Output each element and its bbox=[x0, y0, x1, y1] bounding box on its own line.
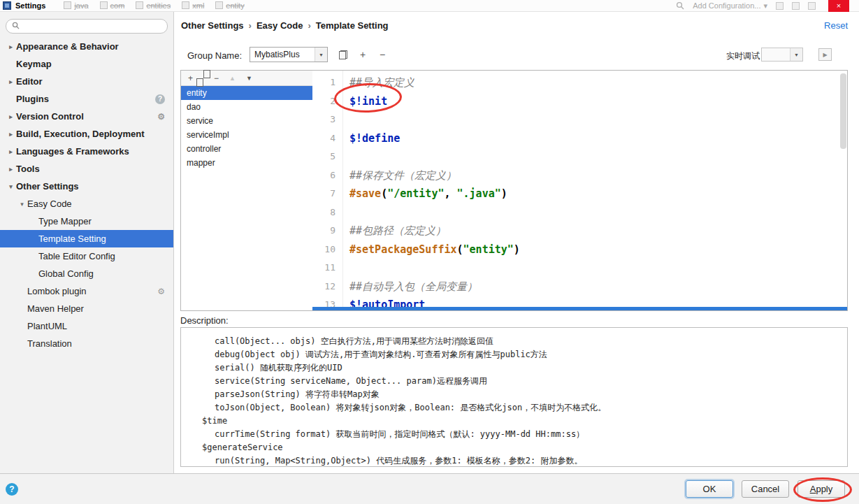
sidebar-item-type-mapper[interactable]: Type Mapper bbox=[0, 213, 173, 230]
line-number: 6 bbox=[312, 166, 342, 185]
chevron-right-icon[interactable]: ▸ bbox=[6, 113, 16, 120]
sidebar-item-label: Global Config bbox=[38, 268, 94, 279]
cancel-button[interactable]: Cancel bbox=[742, 480, 789, 498]
editor-gutter: 12345678910111213 bbox=[312, 71, 343, 310]
description-label: Description: bbox=[180, 315, 229, 326]
line-number: 9 bbox=[312, 222, 342, 240]
description-line: run(String, Map<String,Object>) 代码生成服务，参… bbox=[181, 454, 847, 467]
template-item-mapper[interactable]: mapper bbox=[181, 156, 312, 170]
group-name-value: MybatisPlus bbox=[254, 50, 300, 59]
code-line-7: #save("/entity", ".java") bbox=[349, 185, 847, 203]
add-configuration-dropdown: Add Configuration... ▾ bbox=[693, 1, 767, 10]
chevron-right-icon[interactable]: ▸ bbox=[6, 78, 16, 85]
chevron-right-icon[interactable]: ▸ bbox=[6, 131, 16, 138]
description-panel: call(Object... objs) 空白执行方法,用于调用某些方法时消除返… bbox=[180, 327, 848, 467]
code-line-11 bbox=[349, 259, 847, 278]
code-line-8 bbox=[349, 203, 847, 222]
breadcrumb: Other Settings›Easy Code›Template Settin… bbox=[181, 20, 389, 31]
footer-buttons: OKCancelApply bbox=[686, 480, 845, 498]
sidebar-item-version-control[interactable]: ▸Version Control⚙ bbox=[0, 108, 173, 125]
apply-button[interactable]: Apply bbox=[797, 480, 845, 498]
sidebar-item-tools[interactable]: ▸Tools bbox=[0, 160, 173, 178]
live-debug-label: 实时调试 bbox=[726, 50, 760, 62]
sidebar-item-table-editor-config[interactable]: Table Editor Config bbox=[0, 247, 173, 265]
sidebar-item-label: Maven Helper bbox=[27, 303, 84, 314]
description-line: service(String serviceName, Object... pa… bbox=[181, 375, 847, 388]
template-item-dao[interactable]: dao bbox=[181, 100, 312, 114]
description-line: parseJson(String) 将字符串转Map对象 bbox=[181, 388, 847, 401]
breadcrumb-item-easy-code[interactable]: Easy Code bbox=[257, 20, 303, 31]
line-number: 3 bbox=[312, 110, 342, 129]
title-bar: Settings javacomentitiesxmlentity Add Co… bbox=[0, 0, 859, 12]
template-editor-panel: 12345678910111213 ##导入宏定义$!init$!define#… bbox=[312, 70, 848, 311]
sidebar-item-label: Version Control bbox=[16, 111, 84, 122]
settings-tree: ▸Appearance & BehaviorKeymap▸EditorPlugi… bbox=[0, 38, 173, 352]
template-editor[interactable]: ##导入宏定义$!init$!define##保存文件（宏定义）#save("/… bbox=[344, 71, 847, 310]
add-template-button[interactable]: + bbox=[188, 73, 193, 83]
sidebar-item-global-config[interactable]: Global Config bbox=[0, 265, 173, 282]
template-list: entitydaoserviceserviceImplcontrollermap… bbox=[181, 86, 312, 170]
sidebar-item-easy-code[interactable]: ▾Easy Code bbox=[0, 195, 173, 213]
template-item-controller[interactable]: controller bbox=[181, 142, 312, 156]
template-list-toolbar: + − ▲ ▼ bbox=[181, 71, 312, 86]
move-down-button[interactable]: ▼ bbox=[246, 75, 252, 82]
group-name-select[interactable]: MybatisPlus ▼ bbox=[250, 47, 328, 62]
live-debug-run-button[interactable]: ▶ bbox=[818, 48, 832, 61]
copy-icon bbox=[339, 50, 347, 59]
background-tab-entity: entity bbox=[215, 1, 244, 10]
chevron-down-icon: ▼ bbox=[315, 48, 327, 62]
sidebar-item-translation[interactable]: Translation bbox=[0, 335, 173, 352]
template-item-service[interactable]: service bbox=[181, 114, 312, 128]
sidebar-item-label: Keymap bbox=[16, 59, 52, 69]
live-debug-select[interactable]: ▼ bbox=[761, 48, 803, 62]
chevron-down-icon[interactable]: ▾ bbox=[17, 201, 27, 208]
chevron-down-icon: ▼ bbox=[790, 48, 802, 61]
window-title: Settings bbox=[15, 1, 45, 10]
breadcrumb-item-template-setting[interactable]: Template Setting bbox=[316, 20, 389, 31]
sidebar-item-editor[interactable]: ▸Editor bbox=[0, 73, 173, 90]
chevron-right-icon[interactable]: ▸ bbox=[6, 148, 16, 155]
sidebar-item-languages-frameworks[interactable]: ▸Languages & Frameworks bbox=[0, 143, 173, 160]
ok-button[interactable]: OK bbox=[686, 480, 733, 498]
sidebar-item-template-setting[interactable]: Template Setting bbox=[0, 230, 173, 247]
close-button[interactable]: × bbox=[828, 0, 849, 12]
sidebar-item-lombok-plugin[interactable]: Lombok plugin⚙ bbox=[0, 282, 173, 300]
sidebar-item-other-settings[interactable]: ▾Other Settings bbox=[0, 178, 173, 195]
sidebar-item-maven-helper[interactable]: Maven Helper bbox=[0, 300, 173, 317]
code-line-1: ##导入宏定义 bbox=[349, 73, 847, 92]
editor-scrollbar[interactable] bbox=[840, 73, 846, 149]
reset-link[interactable]: Reset bbox=[824, 20, 848, 31]
remove-icon: − bbox=[380, 49, 385, 60]
sidebar-item-label: Plugins bbox=[16, 94, 49, 104]
sidebar-item-plugins[interactable]: Plugins? bbox=[0, 90, 173, 108]
copy-group-button[interactable] bbox=[336, 48, 350, 62]
run-icon: ▶ bbox=[823, 52, 827, 58]
remove-template-button[interactable]: − bbox=[214, 73, 219, 83]
breadcrumb-item-other-settings[interactable]: Other Settings bbox=[181, 20, 244, 31]
move-up-button[interactable]: ▲ bbox=[229, 75, 236, 82]
code-line-10: #setPackageSuffix("entity") bbox=[349, 240, 847, 259]
code-token: , bbox=[444, 187, 456, 200]
chevron-right-icon[interactable]: ▸ bbox=[6, 43, 16, 50]
sidebar-item-keymap[interactable]: Keymap bbox=[0, 55, 173, 73]
sidebar-item-label: Editor bbox=[16, 76, 43, 87]
chevron-right-icon[interactable]: ▸ bbox=[6, 166, 16, 173]
code-line-4: $!define bbox=[349, 129, 847, 148]
template-item-serviceimpl[interactable]: serviceImpl bbox=[181, 128, 312, 142]
search-icon bbox=[12, 21, 20, 31]
add-group-button[interactable]: + bbox=[356, 48, 370, 62]
template-item-entity[interactable]: entity bbox=[181, 86, 312, 100]
sidebar-item-build-execution-deployment[interactable]: ▸Build, Execution, Deployment bbox=[0, 125, 173, 143]
remove-group-button[interactable]: − bbox=[375, 48, 389, 62]
help-button[interactable]: ? bbox=[6, 483, 18, 496]
sidebar-item-plantuml[interactable]: PlantUML bbox=[0, 317, 173, 335]
code-line-3 bbox=[349, 110, 847, 129]
code-token: ##自动导入包（全局变量） bbox=[349, 280, 477, 293]
toolbar-icon-3 bbox=[808, 2, 816, 10]
chevron-down-icon[interactable]: ▾ bbox=[6, 183, 16, 190]
sidebar-item-appearance-behavior[interactable]: ▸Appearance & Behavior bbox=[0, 38, 173, 55]
code-line-12: ##自动导入包（全局变量） bbox=[349, 278, 847, 296]
code-token: ( bbox=[381, 187, 387, 200]
code-token: "/entity" bbox=[387, 187, 444, 200]
settings-search-input[interactable] bbox=[6, 19, 168, 34]
